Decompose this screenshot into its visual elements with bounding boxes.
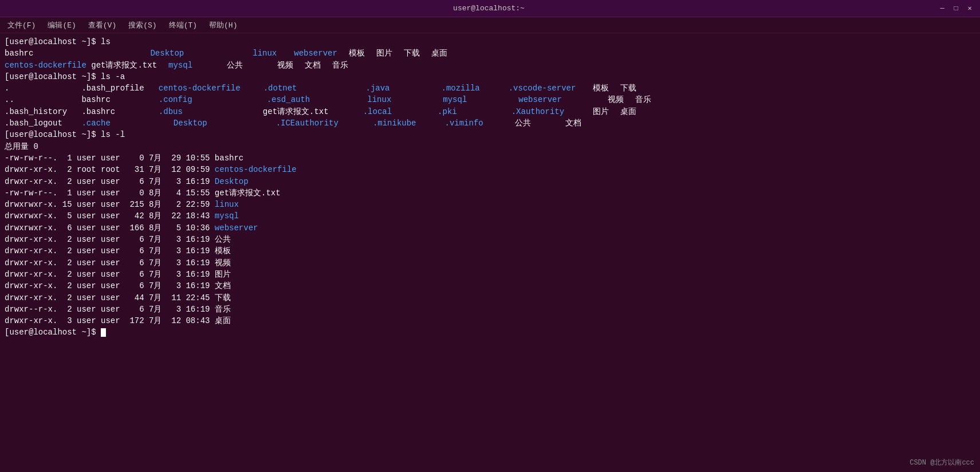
- menu-bar: 文件(F) 编辑(E) 查看(V) 搜索(S) 终端(T) 帮助(H): [0, 17, 980, 33]
- title-bar-text: user@localhost:~: [40, 4, 938, 13]
- menu-edit[interactable]: 编辑(E): [43, 19, 80, 32]
- terminal-line: [user@localhost ~]$ ls -a: [5, 71, 975, 82]
- title-bar: user@localhost:~ ─ □ ✕: [0, 0, 980, 17]
- menu-terminal[interactable]: 终端(T): [164, 19, 202, 32]
- terminal-line: drwxr-xr-x. 3 user user 172 7月 12 08:43 …: [5, 315, 975, 327]
- menu-file[interactable]: 文件(F): [3, 19, 40, 32]
- menu-search[interactable]: 搜索(S): [124, 19, 161, 32]
- terminal-body[interactable]: [user@localhost ~]$ ls bashrc Desktoplin…: [0, 33, 980, 472]
- terminal-line: drwxr-xr-x. 2 user user 6 7月 3 16:19 Des…: [5, 176, 975, 187]
- terminal-line: drwxr-xr-x. 2 root root 31 7月 12 09:59 c…: [5, 164, 975, 175]
- terminal-line: -rw-rw-r--. 1 user user 0 8月 4 15:55 get…: [5, 187, 975, 199]
- minimize-button[interactable]: ─: [938, 4, 947, 13]
- maximize-button[interactable]: □: [951, 4, 961, 13]
- terminal-line: . .bash_profile centos-dockerfile.dotnet…: [5, 82, 975, 94]
- terminal-cursor: [101, 328, 106, 337]
- terminal-line: bashrc Desktoplinuxwebserver模板图片下载桌面: [5, 48, 975, 59]
- terminal-line: centos-dockerfile get请求报文.txtmysql公共视频文档…: [5, 60, 975, 71]
- menu-help[interactable]: 帮助(H): [204, 19, 242, 32]
- terminal-line: drwxrwxr-x. 6 user user 166 8月 5 10:36 w…: [5, 222, 975, 234]
- terminal-line: -rw-rw-r--. 1 user user 0 7月 29 10:55 ba…: [5, 152, 975, 164]
- close-button[interactable]: ✕: [965, 4, 974, 13]
- watermark-text: CSDN @北方以南ccc: [910, 458, 974, 467]
- terminal-prompt-last[interactable]: [user@localhost ~]$: [5, 327, 975, 338]
- window-controls[interactable]: ─ □ ✕: [938, 4, 974, 13]
- terminal-line: .bash_logout .cacheDesktop.ICEauthority.…: [5, 117, 975, 129]
- terminal-line: 总用量 0: [5, 141, 975, 152]
- menu-view[interactable]: 查看(V): [84, 19, 121, 32]
- terminal-line: drwxr-xr-x. 2 user user 6 7月 3 16:19 文档: [5, 280, 975, 292]
- terminal-line: drwxr-xr-x. 2 user user 6 7月 3 16:19 模板: [5, 245, 975, 257]
- terminal-line: [user@localhost ~]$ ls: [5, 36, 975, 48]
- terminal-line: drwxr--r-x. 2 user user 6 7月 3 16:19 音乐: [5, 304, 975, 315]
- terminal-line: drwxr-xr-x. 2 user user 44 7月 11 22:45 下…: [5, 292, 975, 304]
- terminal-line: .bash_history .bashrc .dbusget请求报文.txt.l…: [5, 106, 975, 117]
- terminal-line: drwxr-xr-x. 2 user user 6 7月 3 16:19 公共: [5, 234, 975, 245]
- terminal-line: drwxrwxr-x. 15 user user 215 8月 2 22:59 …: [5, 199, 975, 210]
- terminal-line: drwxr-xr-x. 2 user user 6 7月 3 16:19 图片: [5, 269, 975, 280]
- terminal-line: drwxrwxr-x. 5 user user 42 8月 22 18:43 m…: [5, 210, 975, 222]
- terminal-line: drwxr-xr-x. 2 user user 6 7月 3 16:19 视频: [5, 257, 975, 269]
- terminal-line: .. bashrc .config.esd_authlinuxmysqlwebs…: [5, 94, 975, 105]
- terminal-line: [user@localhost ~]$ ls -l: [5, 129, 975, 140]
